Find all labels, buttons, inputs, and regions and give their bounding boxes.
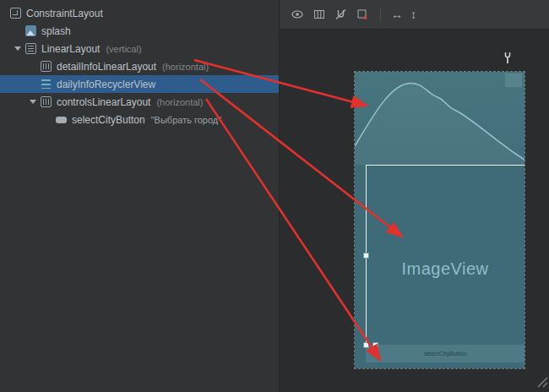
- chevron-down-icon[interactable]: [30, 98, 37, 106]
- controls-bar[interactable]: selectCityButton: [366, 345, 525, 362]
- resize-handle-bottom-left[interactable]: [363, 342, 369, 348]
- panel-splitter[interactable]: [279, 0, 280, 392]
- render-errors-icon[interactable]: [356, 8, 370, 21]
- select-city-button-label: selectCityButton: [424, 351, 467, 357]
- tree-item-dailyInfoRecyclerView[interactable]: dailyInfoRecyclerView: [0, 75, 279, 93]
- constraint-layout-icon: [10, 8, 21, 19]
- tree-item-meta: (horizontal): [156, 97, 203, 107]
- columns-icon[interactable]: [312, 8, 326, 21]
- linear-layout-horizontal-icon: [41, 96, 52, 107]
- header-highlight: [505, 74, 522, 87]
- tree-item-meta: (vertical): [106, 44, 141, 54]
- tree-item-label: splash: [41, 25, 71, 37]
- tree-item-label: controlsLinearLayout: [57, 96, 150, 108]
- tree-item-detailInfoLinearLayout[interactable]: detailInfoLinearLayout(horizontal): [0, 57, 279, 75]
- tree-item-label: ConstraintLayout: [26, 8, 103, 19]
- button-icon: [56, 117, 67, 123]
- imageview-placeholder-label: ImageView: [366, 259, 525, 279]
- tree-item-label: LinearLayout: [41, 43, 100, 55]
- recycler-view-icon: [41, 79, 52, 90]
- toolbar-separator: [380, 8, 381, 21]
- linear-layout-vertical-icon: [25, 43, 36, 54]
- tree-item-splash[interactable]: splash: [0, 22, 279, 40]
- wrench-icon[interactable]: [503, 52, 513, 68]
- tree-item-label: dailyInfoRecyclerView: [57, 79, 155, 90]
- expand-horizontal-icon[interactable]: ↔: [391, 8, 403, 20]
- linear-layout-horizontal-icon: [41, 61, 52, 72]
- tree-item-meta: (horizontal): [162, 62, 209, 72]
- tree-item-controlsLinearLayout[interactable]: controlsLinearLayout(horizontal): [0, 93, 279, 111]
- eye-icon[interactable]: [290, 8, 304, 21]
- component-tree: ConstraintLayoutsplashLinearLayout(verti…: [0, 0, 279, 392]
- image-icon: [25, 25, 36, 36]
- resize-grip-icon[interactable]: [535, 374, 548, 391]
- selection-border-top: [366, 165, 525, 166]
- tree-item-label: detailInfoLinearLayout: [57, 61, 156, 73]
- expand-vertical-icon[interactable]: ↕: [410, 8, 416, 20]
- resize-handle-bottom[interactable]: [372, 342, 378, 348]
- design-surface[interactable]: ImageView selectCityButton: [280, 30, 549, 392]
- magnet-off-icon[interactable]: [334, 8, 348, 21]
- tree-item-meta: "Выбрать город": [151, 115, 221, 125]
- tree-item-ConstraintLayout[interactable]: ConstraintLayout: [0, 4, 279, 22]
- device-canvas[interactable]: ImageView selectCityButton: [355, 72, 525, 368]
- layout-editor-window: ConstraintLayoutsplashLinearLayout(verti…: [0, 0, 549, 392]
- tree-item-LinearLayout[interactable]: LinearLayout(vertical): [0, 40, 279, 57]
- tree-item-selectCityButton[interactable]: selectCityButton"Выбрать город": [0, 111, 279, 128]
- design-toolbar: ↔ ↕: [279, 0, 549, 30]
- chevron-down-icon[interactable]: [14, 45, 22, 52]
- tree-item-label: selectCityButton: [72, 114, 145, 126]
- weather-curve-graphic: [355, 72, 525, 165]
- resize-handle-mid-left[interactable]: [363, 253, 369, 259]
- detail-info-header[interactable]: [355, 72, 525, 165]
